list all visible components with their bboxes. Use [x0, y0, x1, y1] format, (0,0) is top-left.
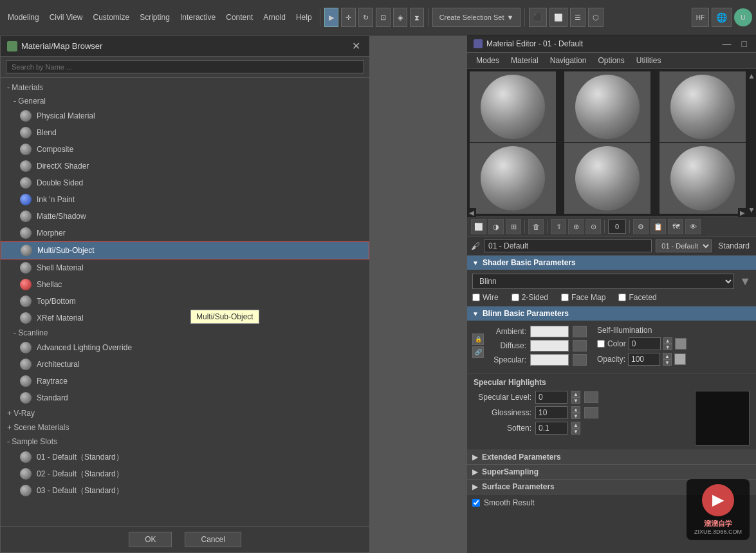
me-tool-getmat[interactable]: ⊕ — [568, 219, 584, 234]
self-illum-value[interactable] — [629, 337, 661, 350]
me-menu-options[interactable]: Options — [593, 54, 629, 67]
diffuse-swatch[interactable] — [530, 340, 569, 351]
me-menu-utilities[interactable]: Utilities — [631, 54, 667, 67]
sample-slot-b[interactable] — [564, 71, 650, 142]
mat-item-shellac[interactable]: Shellac — [1, 276, 369, 293]
sample-scrollbar[interactable]: ▲ ▼ — [747, 69, 756, 217]
glossiness-down[interactable]: ▼ — [571, 413, 580, 419]
menu-interactive[interactable]: Interactive — [176, 13, 219, 22]
mat-item-raytrace[interactable]: Raytrace — [1, 373, 369, 389]
shader-basic-header[interactable]: ▼ Shader Basic Parameters — [467, 256, 756, 270]
me-menu-material[interactable]: Material — [506, 54, 544, 67]
mat-item-doublesided[interactable]: Double Sided — [1, 174, 369, 191]
menu-content[interactable]: Content — [222, 13, 257, 22]
shader-type-dropdown[interactable]: Blinn — [472, 274, 734, 289]
me-menu-modes[interactable]: Modes — [471, 54, 504, 67]
me-menu-navigation[interactable]: Navigation — [545, 54, 592, 67]
me-right-arrow[interactable]: ▶ — [738, 208, 747, 217]
me-tool-options[interactable]: ⚙ — [633, 219, 649, 234]
ambient-map-btn[interactable] — [573, 326, 587, 337]
global-icon[interactable]: 🌐 — [712, 8, 732, 27]
diffuse-map-btn[interactable] — [573, 340, 587, 351]
soften-up[interactable]: ▲ — [571, 422, 580, 428]
mat-item-advlighting[interactable]: Advanced Lighting Override — [1, 339, 369, 356]
me-tool-pick[interactable]: ⇧ — [551, 219, 566, 234]
me-tool-sample-type[interactable]: ⬜ — [471, 219, 486, 234]
mat-item-shellmaterial[interactable]: Shell Material — [1, 259, 369, 276]
me-name-input[interactable] — [484, 239, 652, 252]
materials-section-header[interactable]: - Materials — [1, 80, 369, 95]
me-tool-putmat[interactable]: ⊙ — [585, 219, 601, 234]
mirror-tool-btn[interactable]: ⧗ — [410, 8, 424, 27]
sample-slot-f[interactable] — [659, 143, 746, 214]
dialog-close-button[interactable]: ✕ — [349, 40, 363, 52]
user-avatar[interactable]: U — [734, 8, 752, 26]
cancel-button[interactable]: Cancel — [185, 532, 241, 547]
me-tool-background[interactable]: ⊞ — [506, 219, 521, 234]
search-input[interactable] — [6, 61, 364, 73]
menu-arnold[interactable]: Arnold — [259, 13, 290, 22]
sample-slot-a[interactable] — [470, 71, 556, 142]
rotate-tool-btn[interactable]: ↻ — [358, 8, 373, 27]
wire-checkbox[interactable] — [472, 294, 480, 301]
smooth-result-checkbox[interactable] — [472, 499, 480, 507]
mat-item-composite[interactable]: Composite — [1, 141, 369, 158]
opacity-value[interactable] — [628, 353, 660, 366]
me-tool-delete[interactable]: 🗑 — [528, 219, 544, 234]
mat-item-blend[interactable]: Blend — [1, 124, 369, 141]
sample-slots-header[interactable]: - Sample Slots — [1, 435, 369, 449]
menu-modeling[interactable]: Modeling — [4, 13, 43, 22]
scroll-up-arrow[interactable]: ▲ — [746, 70, 756, 82]
create-selection-button[interactable]: Create Selection Set ▼ — [432, 8, 521, 27]
scene-materials-header[interactable]: + Scene Materials — [1, 420, 369, 435]
glossiness-map[interactable] — [584, 407, 598, 418]
me-reset-count[interactable]: 0 — [608, 220, 626, 234]
render-btn-3[interactable]: ☰ — [570, 8, 585, 27]
opacity-spin-down[interactable]: ▼ — [663, 359, 672, 366]
me-name-dropdown[interactable]: 01 - Default — [656, 239, 712, 252]
mat-item-standard[interactable]: Standard — [1, 389, 369, 406]
sample-slot-d[interactable] — [470, 143, 556, 214]
menu-help[interactable]: Help — [292, 13, 316, 22]
me-tool-backlight[interactable]: ◑ — [488, 219, 504, 234]
specular-map-btn[interactable] — [573, 354, 587, 366]
mat-item-architectural[interactable]: Architectural — [1, 356, 369, 373]
opacity-spin-up[interactable]: ▲ — [663, 353, 672, 359]
mat-item-topbottom[interactable]: Top/Bottom — [1, 293, 369, 310]
mat-item-physical[interactable]: Physical Material — [1, 108, 369, 124]
spec-level-value[interactable] — [535, 391, 567, 404]
opacity-swatch[interactable] — [674, 353, 686, 365]
select-tool-btn[interactable]: ▶ — [324, 8, 338, 27]
poly-tool-btn[interactable]: ◈ — [393, 8, 407, 27]
me-maximize-button[interactable]: □ — [739, 39, 750, 49]
mat-item-morpher[interactable]: Morpher — [1, 225, 369, 241]
blinn-basic-header[interactable]: ▼ Blinn Basic Parameters — [467, 306, 756, 321]
supersampling-section[interactable]: ▶ SuperSampling — [467, 465, 756, 480]
face-map-checkbox[interactable] — [561, 294, 569, 301]
move-tool-btn[interactable]: ✛ — [341, 8, 356, 27]
spin-down[interactable]: ▼ — [663, 344, 672, 350]
mat-item-multisubobject[interactable]: Multi/Sub-Object — [1, 241, 369, 259]
render-btn-4[interactable]: ⬡ — [588, 8, 604, 27]
soften-down[interactable]: ▼ — [571, 428, 580, 435]
hf-icon[interactable]: HF — [692, 8, 709, 27]
sample-slot-2[interactable]: 02 - Default（Standard） — [1, 465, 369, 482]
spec-level-down[interactable]: ▼ — [571, 397, 580, 404]
scale-tool-btn[interactable]: ⊡ — [376, 8, 391, 27]
me-minimize-button[interactable]: — — [720, 39, 734, 49]
mat-item-directx[interactable]: DirectX Shader — [1, 158, 369, 174]
glossiness-value[interactable] — [535, 406, 567, 419]
spec-level-map[interactable] — [584, 391, 598, 403]
mat-item-inknpaint[interactable]: Ink 'n Paint — [1, 191, 369, 208]
mat-item-xrefmaterial[interactable]: XRef Material — [1, 310, 369, 326]
sample-slot-c[interactable] — [659, 71, 746, 142]
soften-value[interactable] — [535, 422, 567, 435]
scanline-section-header[interactable]: - Scanline — [1, 326, 369, 339]
general-subsection-header[interactable]: - General — [1, 95, 369, 108]
self-illum-swatch[interactable] — [675, 338, 687, 350]
menu-scripting[interactable]: Scripting — [136, 13, 174, 22]
faceted-checkbox[interactable] — [618, 294, 626, 301]
extended-params-section[interactable]: ▶ Extended Parameters — [467, 450, 756, 465]
spec-level-up[interactable]: ▲ — [571, 391, 580, 397]
ok-button[interactable]: OK — [129, 532, 172, 547]
